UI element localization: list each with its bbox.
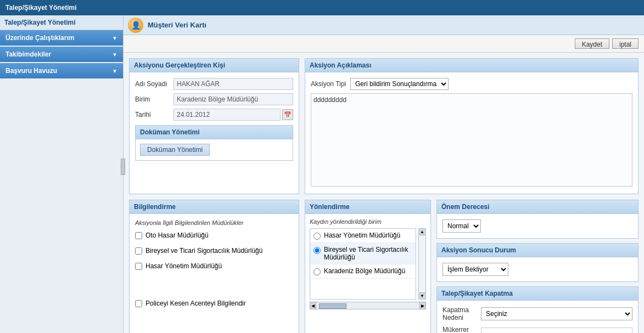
right-side-panels: Önem Derecesi Normal Düşük Yüksek bbox=[436, 200, 639, 333]
app-title: Talep/Şikayet Yönetimi bbox=[5, 4, 77, 12]
yonlendirme-panel: Yönlendirme Kaydın yönlendirildiği birim… bbox=[305, 200, 431, 333]
kapatma-panel: Talep/Şikayet Kapatma Kapatma Nedeni Seç… bbox=[436, 286, 639, 333]
oto-hasar-checkbox[interactable] bbox=[135, 232, 142, 239]
scroll-right-btn[interactable]: ▶ bbox=[419, 302, 426, 309]
kapatma-body: Kapatma Nedeni Seçiniz Mükerrer Kayıt No bbox=[437, 301, 638, 333]
radio-label-1: Hasar Yönetim Müdürlüğü bbox=[324, 232, 400, 239]
aksiyon-aciklamasi-textarea[interactable]: ddddddddd bbox=[311, 93, 632, 187]
kapatma-nedeni-label: Kapatma Nedeni bbox=[443, 306, 481, 321]
aksiyon-tipi-label: Aksiyon Tipi bbox=[311, 80, 346, 88]
yonlendirme-radio-list: Hasar Yönetim Müdürlüğü Bireysel ve Tica… bbox=[310, 228, 416, 300]
bireysel-ticari-label: Bireysel ve Ticari Sigortacılık Müdürlüğ… bbox=[145, 247, 262, 255]
tarihi-label: Tarihi bbox=[135, 111, 173, 118]
adi-soyadi-input[interactable] bbox=[173, 78, 293, 90]
sidebar: Talep/Şikayet Yönetimi Üzerinde Çalıştık… bbox=[0, 15, 124, 333]
scroll-left-btn[interactable]: ◀ bbox=[310, 302, 316, 309]
bilgilendirme-subheader: Aksiyonla İlgili Bilgilendirilen Müdürlü… bbox=[135, 219, 293, 226]
aksiyon-sonucu-header: Aksiyon Sonucu Durum bbox=[437, 244, 638, 257]
sidebar-label-1: Üzerinde Çalıştıklarım bbox=[5, 34, 74, 42]
tarihi-input[interactable] bbox=[173, 109, 281, 121]
top-bar-icon: 👤 bbox=[128, 18, 143, 33]
scroll-up-btn[interactable]: ▲ bbox=[419, 229, 425, 235]
radio-bireysel[interactable] bbox=[313, 247, 321, 254]
bireysel-ticari-checkbox[interactable] bbox=[135, 247, 142, 255]
aksiyon-sonucu-panel: Aksiyon Sonucu Durum İşlem Bekliyor Tama… bbox=[436, 243, 639, 282]
dokuman-yonetimi-button[interactable]: Doküman Yönetimi bbox=[140, 144, 210, 156]
toolbar: Kaydet iptal bbox=[124, 35, 644, 53]
policye-checkbox[interactable] bbox=[135, 300, 142, 307]
aksiyonu-gerceklestiren-header: Aksiyonu Gerçekleştiren Kişi bbox=[130, 59, 299, 72]
aksiyon-aciklamasi-panel: Aksiyon Açıklaması Aksiyon Tipi Geri bil… bbox=[305, 58, 639, 194]
chevron-down-icon-1: ▼ bbox=[112, 35, 117, 41]
yonlendirme-subheader: Kaydın yönlendirildiği birim bbox=[310, 218, 426, 225]
radio-hasar[interactable] bbox=[313, 233, 321, 240]
kapatma-header: Talep/Şikayet Kapatma bbox=[437, 287, 638, 301]
onem-derecesi-header: Önem Derecesi bbox=[437, 200, 638, 214]
dokuman-body: Doküman Yönetimi bbox=[135, 139, 293, 161]
mukerrer-input[interactable] bbox=[481, 328, 632, 333]
mukerrer-row: Mükerrer Kayıt No bbox=[443, 326, 632, 333]
hscroll-track[interactable] bbox=[316, 302, 419, 309]
dokuman-header: Doküman Yönetimi bbox=[135, 125, 293, 139]
yonlendirme-header: Yönlendirme bbox=[305, 200, 430, 214]
oto-hasar-label: Oto Hasar Müdürlüğü bbox=[145, 232, 209, 239]
scroll-area[interactable]: Aksiyonu Gerçekleştiren Kişi Adı Soyadı … bbox=[124, 53, 644, 333]
birim-label: Birim bbox=[135, 95, 173, 103]
cancel-button[interactable]: iptal bbox=[612, 38, 639, 49]
mukerrer-label: Mükerrer Kayıt No bbox=[443, 326, 481, 333]
checkbox-row-3: Hasar Yönetim Müdürlüğü bbox=[135, 260, 293, 272]
radio-item-2[interactable]: Bireysel ve Ticari Sigortacılık Müdürlüğ… bbox=[310, 243, 416, 264]
radio-karadeniz[interactable] bbox=[313, 268, 321, 275]
radio-label-2: Bireysel ve Ticari Sigortacılık Müdürlüğ… bbox=[324, 246, 412, 261]
sidebar-title: Talep/Şikayet Yönetimi bbox=[4, 19, 76, 26]
aksiyon-aciklamasi-header: Aksiyon Açıklaması bbox=[305, 59, 638, 72]
checkbox-row-2: Bireysel ve Ticari Sigortacılık Müdürlüğ… bbox=[135, 245, 293, 257]
sidebar-label-2: Takibimdekiler bbox=[5, 50, 51, 58]
bilgilendirme-header: Bilgilendirme bbox=[130, 200, 299, 214]
radio-item-3[interactable]: Karadeniz Bölge Müdürlüğü bbox=[310, 264, 416, 279]
scroll-down-btn[interactable]: ▼ bbox=[419, 292, 425, 299]
kapatma-nedeni-row: Kapatma Nedeni Seçiniz bbox=[443, 306, 632, 321]
aksiyonu-gerceklestiren-panel: Aksiyonu Gerçekleştiren Kişi Adı Soyadı … bbox=[129, 58, 299, 194]
title-bar: Talep/Şikayet Yönetimi bbox=[0, 0, 644, 15]
aksiyon-sonucu-body: İşlem Bekliyor Tamamlandı İptal bbox=[437, 257, 638, 281]
bilgilendirme-panel: Bilgilendirme Aksiyonla İlgili Bilgilend… bbox=[129, 200, 299, 333]
sidebar-item-basvuru[interactable]: Başvuru Havuzu ▼ bbox=[0, 63, 123, 78]
chevron-down-icon-3: ▼ bbox=[112, 68, 117, 74]
onem-derecesi-select[interactable]: Normal Düşük Yüksek bbox=[443, 219, 481, 233]
aksiyon-tipi-select[interactable]: Geri bildirim Sonuçlandırma bbox=[350, 78, 449, 90]
onem-derecesi-panel: Önem Derecesi Normal Düşük Yüksek bbox=[436, 200, 639, 239]
checkbox-row-1: Oto Hasar Müdürlüğü bbox=[135, 229, 293, 241]
chevron-down-icon-2: ▼ bbox=[112, 52, 117, 58]
birim-input[interactable] bbox=[173, 93, 293, 105]
radio-item-1[interactable]: Hasar Yönetim Müdürlüğü bbox=[310, 229, 416, 243]
policye-row: Policeyi Kesen Acenteyi Bilgilendir bbox=[135, 297, 293, 309]
kapatma-nedeni-select[interactable]: Seçiniz bbox=[481, 307, 632, 320]
top-bar: 👤 Müşteri Veri Kartı bbox=[124, 15, 644, 35]
policye-label: Policeyi Kesen Acenteyi Bilgilendir bbox=[145, 300, 246, 307]
hasar-yonetim-checkbox[interactable] bbox=[135, 263, 142, 270]
top-bar-title: Müşteri Veri Kartı bbox=[148, 21, 206, 29]
sidebar-item-takibimdekiler[interactable]: Takibimdekiler ▼ bbox=[0, 47, 123, 62]
sidebar-label-3: Başvuru Havuzu bbox=[5, 67, 57, 75]
calendar-icon[interactable]: 📅 bbox=[282, 109, 293, 120]
aksiyon-sonucu-select[interactable]: İşlem Bekliyor Tamamlandı İptal bbox=[443, 263, 508, 276]
save-button[interactable]: Kaydet bbox=[575, 38, 609, 49]
hasar-yonetim-label: Hasar Yönetim Müdürlüğü bbox=[145, 262, 222, 270]
hscrollbar-row: ◀ ▶ bbox=[310, 302, 426, 309]
adi-soyadi-label: Adı Soyadı bbox=[135, 80, 173, 88]
sidebar-item-calismalarim[interactable]: Üzerinde Çalıştıklarım ▼ bbox=[0, 30, 123, 46]
sidebar-resize-handle[interactable]: ❘❘ bbox=[121, 159, 124, 175]
onem-body: Normal Düşük Yüksek bbox=[437, 214, 638, 238]
vscrollbar[interactable]: ▲ ▼ bbox=[418, 228, 426, 300]
radio-label-3: Karadeniz Bölge Müdürlüğü bbox=[324, 267, 405, 275]
